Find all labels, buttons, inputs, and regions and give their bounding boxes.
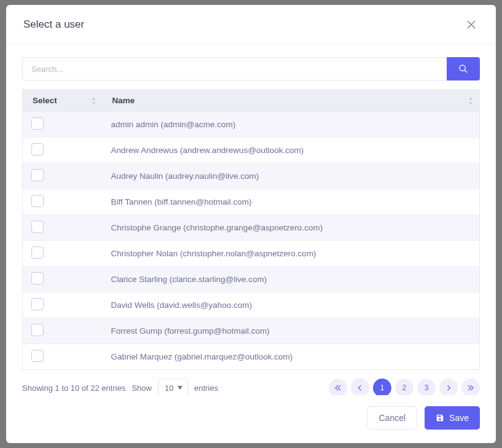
page-number-button[interactable]: 2: [395, 379, 414, 395]
user-name-cell: Biff Tannen (biff.tannen@hotmail.com): [103, 189, 480, 215]
page-size-select[interactable]: 10: [158, 379, 188, 395]
close-icon: [467, 20, 476, 29]
user-name-cell: admin admin (admin@acme.com): [103, 112, 480, 138]
user-name-cell: Christopher Nolan (christopher.nolan@asp…: [103, 241, 480, 267]
page-number-button[interactable]: 1: [373, 379, 391, 395]
save-button-label: Save: [449, 413, 469, 423]
table-footer: Showing 1 to 10 of 22 entries Show 10 en…: [22, 379, 480, 395]
user-name-cell: Gabriel Marquez (gabriel.marquez@outlook…: [103, 344, 480, 370]
page-next-button[interactable]: [439, 379, 458, 395]
users-table: Select ▲▼ Name ▲▼ admin admin (admin@acm…: [22, 89, 480, 370]
svg-point-0: [460, 65, 465, 71]
user-name-cell: Audrey Naulin (audrey.naulin@live.com): [103, 163, 480, 189]
row-checkbox[interactable]: [31, 117, 44, 130]
save-button[interactable]: Save: [425, 406, 480, 430]
entries-info: Showing 1 to 10 of 22 entries: [22, 383, 125, 393]
cancel-button[interactable]: Cancel: [367, 406, 417, 430]
user-name-cell: Christophe Grange (christophe.grange@asp…: [103, 215, 480, 241]
table-row: Andrew Andrewus (andrew.andrewus@outlook…: [23, 138, 480, 163]
show-label: Show: [131, 383, 152, 393]
table-row: Clarice Starling (clarice.starling@live.…: [23, 267, 480, 293]
row-checkbox[interactable]: [31, 169, 44, 181]
row-checkbox[interactable]: [31, 350, 44, 362]
table-row: Christopher Nolan (christopher.nolan@asp…: [23, 241, 480, 267]
column-label: Name: [112, 96, 135, 105]
entries-label: entries: [194, 383, 218, 393]
table-row: Christophe Grange (christophe.grange@asp…: [23, 215, 480, 241]
user-name-cell: Clarice Starling (clarice.starling@live.…: [103, 267, 480, 293]
sort-icon: ▲▼: [468, 96, 473, 105]
table-row: admin admin (admin@acme.com): [23, 112, 480, 138]
search-row: [22, 57, 480, 81]
save-icon: [436, 414, 444, 422]
user-name-cell: Forrest Gump (forrest.gump@hotmail.com): [103, 318, 480, 344]
search-input[interactable]: [22, 57, 447, 81]
user-name-cell: David Wells (david.wells@yahoo.com): [103, 293, 480, 318]
page-prev-button[interactable]: [351, 379, 369, 395]
page-last-button[interactable]: [461, 379, 480, 395]
column-header-select[interactable]: Select ▲▼: [23, 90, 103, 112]
modal-title: Select a user: [23, 18, 84, 31]
close-button[interactable]: [464, 17, 479, 32]
column-label: Select: [33, 96, 57, 105]
row-checkbox[interactable]: [31, 143, 44, 155]
search-button[interactable]: [447, 57, 480, 81]
chevron-double-left-icon: [335, 385, 341, 391]
row-checkbox[interactable]: [31, 298, 44, 310]
chevron-double-right-icon: [468, 385, 474, 391]
svg-line-1: [465, 70, 467, 73]
modal-body: Select ▲▼ Name ▲▼ admin admin (admin@acm…: [6, 44, 496, 395]
chevron-right-icon: [445, 385, 452, 391]
page-first-button[interactable]: [329, 379, 347, 395]
row-checkbox[interactable]: [31, 195, 44, 207]
table-row: Audrey Naulin (audrey.naulin@live.com): [23, 163, 480, 189]
chevron-left-icon: [357, 385, 363, 391]
column-header-name[interactable]: Name ▲▼: [103, 90, 480, 112]
page-number-button[interactable]: 3: [417, 379, 436, 395]
table-row: Gabriel Marquez (gabriel.marquez@outlook…: [23, 344, 480, 370]
row-checkbox[interactable]: [31, 221, 44, 233]
footer-left: Showing 1 to 10 of 22 entries Show 10 en…: [22, 379, 218, 395]
search-icon: [458, 64, 468, 74]
row-checkbox[interactable]: [31, 272, 44, 285]
table-row: David Wells (david.wells@yahoo.com): [23, 293, 480, 318]
row-checkbox[interactable]: [31, 324, 44, 336]
table-row: Biff Tannen (biff.tannen@hotmail.com): [23, 189, 480, 215]
sort-icon: ▲▼: [92, 96, 96, 105]
select-user-modal: Select a user Select ▲▼ Name ▲▼: [6, 5, 496, 443]
row-checkbox[interactable]: [31, 246, 44, 259]
table-row: Forrest Gump (forrest.gump@hotmail.com): [23, 318, 480, 344]
user-name-cell: Andrew Andrewus (andrew.andrewus@outlook…: [103, 138, 480, 163]
modal-footer: Cancel Save: [6, 395, 496, 443]
modal-header: Select a user: [6, 5, 496, 44]
pagination: 1 2 3: [329, 379, 480, 395]
